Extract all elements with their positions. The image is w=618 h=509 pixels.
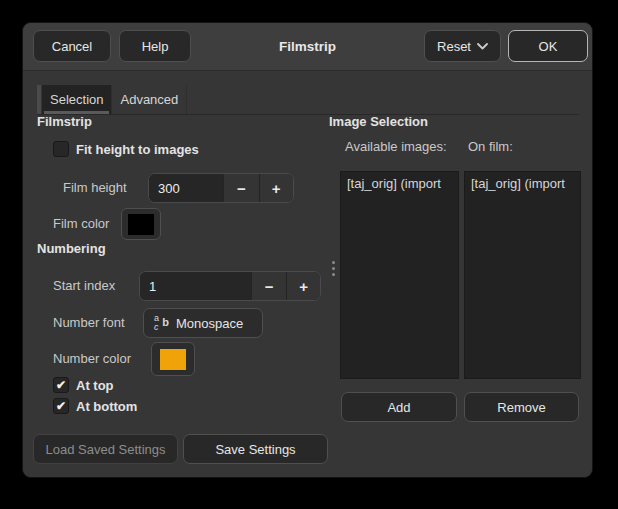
available-images-label: Available images: (345, 139, 447, 154)
filmstrip-section-heading: Filmstrip (37, 114, 92, 129)
film-color-swatch (128, 214, 154, 235)
at-top-checkbox-row: ✔ At top (53, 377, 114, 393)
fit-height-label: Fit height to images (76, 142, 199, 157)
tab-edge-decoration (37, 85, 41, 114)
help-button-label: Help (142, 39, 169, 54)
available-images-list[interactable]: [taj_orig] (import (340, 171, 459, 379)
titlebar: Filmstrip Cancel Help Reset OK (23, 23, 592, 71)
load-saved-settings-label: Load Saved Settings (46, 442, 166, 457)
tab-advanced[interactable]: Advanced (112, 85, 187, 114)
tab-bar: Selection Advanced (37, 85, 579, 115)
start-index-spinner: − + (139, 271, 321, 301)
available-images-list-item[interactable]: [taj_orig] (import (341, 172, 458, 194)
number-color-swatch (160, 349, 186, 370)
cancel-button-label: Cancel (52, 39, 92, 54)
save-settings-label: Save Settings (215, 442, 295, 457)
start-index-minus-button[interactable]: − (251, 272, 287, 300)
film-height-spinner: − + (148, 173, 294, 203)
check-icon: ✔ (56, 400, 66, 412)
ok-button-label: OK (539, 39, 558, 54)
tab-selection-label: Selection (50, 92, 103, 107)
at-bottom-checkbox-row: ✔ At bottom (53, 398, 137, 414)
chevron-down-icon (477, 43, 488, 50)
ok-button[interactable]: OK (508, 30, 588, 62)
help-button[interactable]: Help (119, 30, 191, 62)
on-film-list-item[interactable]: [taj_orig] (import (465, 172, 580, 194)
tab-selection[interactable]: Selection (42, 85, 112, 114)
add-button-label: Add (387, 400, 410, 415)
filmstrip-dialog: Filmstrip Cancel Help Reset OK Selection… (22, 22, 593, 478)
save-settings-button[interactable]: Save Settings (183, 434, 328, 464)
on-film-label: On film: (468, 139, 513, 154)
number-color-label: Number color (53, 351, 131, 366)
film-color-label: Film color (53, 216, 109, 231)
film-height-label: Film height (63, 180, 127, 195)
fit-height-checkbox[interactable] (53, 141, 69, 157)
font-icon: a c b (154, 315, 169, 331)
start-index-input[interactable] (140, 272, 251, 300)
at-top-label: At top (76, 378, 114, 393)
tab-advanced-label: Advanced (120, 92, 178, 107)
number-font-button[interactable]: a c b Monospace (143, 308, 263, 338)
film-height-plus-button[interactable]: + (259, 174, 294, 202)
remove-button[interactable]: Remove (464, 392, 579, 422)
numbering-section-heading: Numbering (37, 241, 106, 256)
cancel-button[interactable]: Cancel (33, 30, 111, 62)
fit-height-checkbox-row: Fit height to images (53, 141, 199, 157)
film-height-input[interactable] (149, 174, 223, 202)
dialog-content: Selection Advanced Filmstrip Fit height … (23, 71, 592, 477)
start-index-label: Start index (53, 278, 115, 293)
load-saved-settings-button[interactable]: Load Saved Settings (33, 434, 178, 464)
at-top-checkbox[interactable]: ✔ (53, 377, 69, 393)
number-font-value: Monospace (176, 316, 243, 331)
add-button[interactable]: Add (341, 392, 457, 422)
check-icon: ✔ (56, 379, 66, 391)
reset-button-label: Reset (437, 39, 471, 54)
number-font-label: Number font (53, 315, 125, 330)
pane-resize-handle-icon[interactable] (332, 261, 335, 276)
at-bottom-checkbox[interactable]: ✔ (53, 398, 69, 414)
film-color-button[interactable] (121, 208, 161, 240)
reset-button[interactable]: Reset (424, 30, 501, 62)
at-bottom-label: At bottom (76, 399, 137, 414)
on-film-list[interactable]: [taj_orig] (import (464, 171, 581, 379)
remove-button-label: Remove (497, 400, 545, 415)
start-index-plus-button[interactable]: + (286, 272, 320, 300)
film-height-minus-button[interactable]: − (223, 174, 258, 202)
image-selection-heading: Image Selection (329, 114, 428, 129)
number-color-button[interactable] (151, 342, 195, 376)
